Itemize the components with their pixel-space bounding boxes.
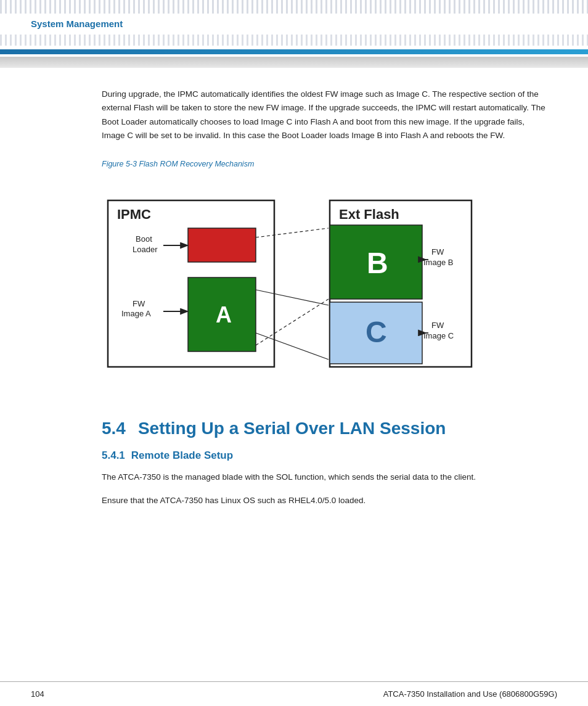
section-5-4-heading: 5.4Setting Up a Serial Over LAN Session xyxy=(102,419,557,438)
page-header: System Management xyxy=(0,0,588,49)
svg-rect-2 xyxy=(188,228,256,262)
diagram-svg: IPMC Boot Loader A FW Image A Ext Fla xyxy=(102,182,521,385)
flash-rom-diagram: IPMC Boot Loader A FW Image A Ext Fla xyxy=(102,182,521,385)
svg-text:Image A: Image A xyxy=(121,309,151,318)
section-5-4-1-title: Remote Blade Setup xyxy=(131,449,233,461)
section-5-4-number: 5.4 xyxy=(102,419,126,438)
svg-text:FW: FW xyxy=(431,247,444,257)
section-5-4-1-heading: 5.4.1Remote Blade Setup xyxy=(102,449,557,462)
section-5-4-1-number: 5.4.1 xyxy=(102,449,125,461)
footer-page-number: 104 xyxy=(31,689,44,699)
svg-text:FW: FW xyxy=(431,321,444,330)
body-paragraph-2: Ensure that the ATCA-7350 has Linux OS s… xyxy=(102,494,545,507)
header-dots-bottom xyxy=(0,35,588,46)
header-dots-top xyxy=(0,0,588,14)
svg-text:Boot: Boot xyxy=(136,234,152,244)
svg-text:B: B xyxy=(367,247,388,279)
svg-text:Ext Flash: Ext Flash xyxy=(339,207,399,222)
page-footer: 104 ATCA-7350 Installation and Use (6806… xyxy=(0,681,588,706)
footer-doc-title: ATCA-7350 Installation and Use (6806800G… xyxy=(383,689,557,699)
diagram-container: IPMC Boot Loader A FW Image A Ext Fla xyxy=(102,182,557,388)
svg-text:A: A xyxy=(216,302,232,327)
svg-text:Loader: Loader xyxy=(133,245,158,254)
section-5-4-title: Setting Up a Serial Over LAN Session xyxy=(138,419,446,438)
svg-text:C: C xyxy=(365,316,387,348)
figure-caption: Figure 5-3 Flash ROM Recovery Mechanism xyxy=(102,160,557,168)
svg-text:FW: FW xyxy=(133,299,145,308)
main-content: During upgrade, the IPMC automatically i… xyxy=(0,69,588,549)
header-title-bar: System Management xyxy=(0,14,588,35)
blue-accent-bar xyxy=(0,49,588,54)
body-paragraph-1: The ATCA-7350 is the managed blade with … xyxy=(102,470,545,484)
gray-bar xyxy=(0,57,588,68)
svg-text:IPMC: IPMC xyxy=(117,207,151,222)
header-title: System Management xyxy=(31,18,123,29)
intro-paragraph: During upgrade, the IPMC automatically i… xyxy=(102,88,545,142)
